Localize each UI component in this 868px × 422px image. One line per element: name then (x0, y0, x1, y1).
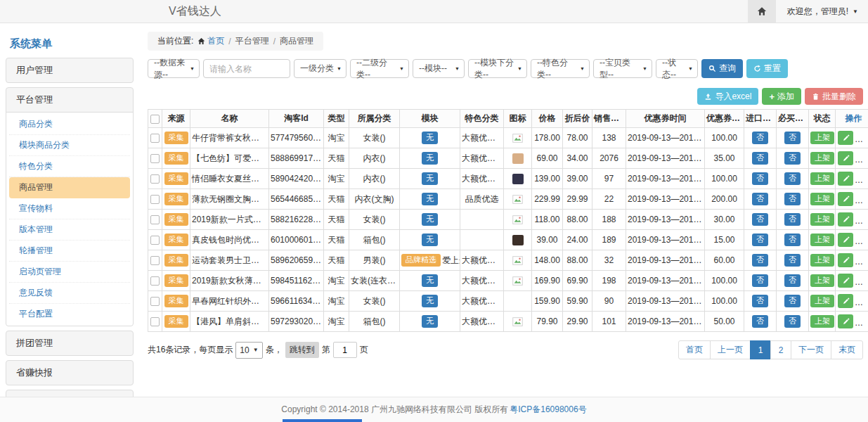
sidebar-section-header[interactable]: 拼团管理 (6, 331, 133, 355)
must-buy-cell-badge[interactable]: 否 (784, 295, 801, 307)
row-checkbox[interactable] (150, 134, 160, 143)
status-cell-badge[interactable]: 上架 (810, 315, 834, 327)
page-button-1[interactable]: 1 (750, 340, 771, 359)
row-checkbox[interactable] (150, 215, 160, 224)
sidebar-item-意见反馈[interactable]: 意见反馈 (9, 283, 130, 304)
status-cell-badge[interactable]: 上架 (810, 152, 834, 164)
status-cell-badge[interactable]: 上架 (810, 132, 834, 143)
user-menu[interactable]: 欢迎您，管理员! ▼ (776, 6, 868, 18)
sidebar-section-header[interactable]: 用户管理 (6, 58, 133, 82)
import-select-cell-badge[interactable]: 否 (752, 132, 768, 143)
filter-select-level2-category[interactable]: --二级分类--▼ (350, 59, 409, 78)
import-select-cell-badge[interactable]: 否 (752, 295, 768, 307)
must-buy-cell-badge[interactable]: 否 (784, 315, 801, 327)
sidebar-item-模块商品分类[interactable]: 模块商品分类 (9, 135, 130, 156)
page-button-首页[interactable]: 首页 (678, 340, 711, 359)
must-buy-cell-badge[interactable]: 否 (784, 254, 801, 266)
edit-button[interactable] (838, 294, 853, 308)
import-select-cell-badge[interactable]: 否 (752, 193, 768, 205)
batch-delete-button[interactable]: 批量删除 (805, 88, 863, 105)
page-button-2[interactable]: 2 (770, 340, 791, 359)
add-button[interactable]: + 添加 (762, 88, 801, 105)
page-button-末页[interactable]: 末页 (831, 340, 863, 359)
page-button-下一页[interactable]: 下一页 (791, 340, 831, 359)
reset-button[interactable]: 重置 (746, 59, 788, 78)
must-buy-cell-badge[interactable]: 否 (784, 132, 801, 143)
must-buy-cell-badge[interactable]: 否 (784, 274, 801, 286)
import-select-cell-badge[interactable]: 否 (752, 234, 768, 245)
row-checkbox[interactable] (150, 195, 160, 204)
page-button-上一页[interactable]: 上一页 (710, 340, 751, 359)
row-checkbox[interactable] (150, 236, 160, 245)
edit-button[interactable] (838, 151, 853, 165)
price-cell: 39.00 (532, 230, 563, 250)
row-checkbox[interactable] (150, 317, 160, 326)
edit-button[interactable] (838, 192, 853, 206)
row-checkbox[interactable] (150, 174, 160, 184)
breadcrumb-home-link[interactable]: 首页 (197, 35, 224, 47)
status-cell-badge[interactable]: 上架 (810, 172, 834, 184)
jump-page-input[interactable] (333, 342, 357, 358)
sidebar-item-商品管理[interactable]: 商品管理 (9, 177, 130, 198)
per-page-select[interactable]: 10 ▼ (235, 342, 262, 359)
row-checkbox[interactable] (150, 297, 160, 306)
must-buy-cell-badge[interactable]: 否 (784, 172, 801, 184)
status-cell-badge[interactable]: 上架 (810, 274, 834, 286)
filter-select-module[interactable]: --模块--▼ (413, 59, 465, 78)
edit-button[interactable] (838, 253, 853, 267)
edit-button[interactable] (838, 314, 853, 328)
coupon-time-cell: 2019-09-13—2019-09-20 (626, 230, 705, 250)
sidebar-item-特色分类[interactable]: 特色分类 (9, 156, 130, 177)
edit-button[interactable] (838, 233, 853, 247)
import-excel-button[interactable]: 导入excel (697, 88, 758, 105)
filter-select-item-type[interactable]: --宝贝类型--▼ (593, 59, 652, 78)
edit-button[interactable] (838, 212, 853, 226)
row-checkbox[interactable] (150, 256, 160, 265)
import-select-cell-badge[interactable]: 否 (752, 213, 768, 225)
status-cell-badge[interactable]: 上架 (810, 213, 834, 225)
sidebar-item-商品分类[interactable]: 商品分类 (9, 114, 130, 135)
home-button[interactable] (748, 0, 776, 23)
sidebar-item-宣传物料[interactable]: 宣传物料 (9, 198, 130, 219)
import-select-cell-badge[interactable]: 否 (752, 254, 768, 266)
filter-select-feature-category[interactable]: --特色分类--▼ (531, 59, 590, 78)
name-search-input[interactable] (203, 59, 290, 78)
must-buy-cell-badge[interactable]: 否 (784, 213, 801, 225)
sidebar-section-header[interactable]: 平台管理 (6, 88, 133, 112)
sidebar-item-轮播管理[interactable]: 轮播管理 (9, 241, 130, 262)
status-cell-badge[interactable]: 上架 (810, 234, 834, 245)
chevron-down-icon: ▼ (399, 66, 404, 71)
sidebar-item-启动页管理[interactable]: 启动页管理 (9, 262, 130, 283)
select-all-checkbox[interactable] (150, 115, 160, 124)
import-select-cell-badge[interactable]: 否 (752, 172, 768, 184)
import-select-cell: 否 (744, 291, 777, 312)
sidebar-item-版本管理[interactable]: 版本管理 (9, 219, 130, 241)
filter-select-status[interactable]: --状态--▼ (656, 59, 698, 78)
status-cell-badge[interactable]: 上架 (810, 254, 834, 266)
icp-link[interactable]: 粤ICP备16098006号 (510, 404, 586, 416)
sidebar-section-header[interactable]: 省赚快报 (6, 361, 133, 385)
import-select-cell-badge[interactable]: 否 (752, 152, 768, 164)
sidebar-item-平台配置[interactable]: 平台配置 (9, 304, 130, 324)
import-select-cell-badge[interactable]: 否 (752, 274, 768, 286)
edit-button[interactable] (838, 172, 853, 186)
import-select-cell-badge[interactable]: 否 (752, 315, 768, 327)
search-button[interactable]: 查询 (701, 59, 743, 78)
filter-select-level1-category[interactable]: 一级分类▼ (294, 59, 346, 78)
source-badge: 采集 (164, 172, 188, 184)
column-header-4: 类型 (324, 110, 349, 128)
row-checkbox[interactable] (150, 154, 160, 163)
must-buy-cell-badge[interactable]: 否 (784, 234, 801, 245)
filter-select-data-source[interactable]: --数据来源--▼ (148, 59, 200, 78)
coupon-amount-cell: 60.00 (705, 250, 744, 271)
must-buy-cell-badge[interactable]: 否 (784, 152, 801, 164)
filter-select-module-sub-category[interactable]: --模块下分类--▼ (468, 59, 527, 78)
row-checkbox[interactable] (150, 276, 160, 286)
edit-button[interactable] (838, 274, 853, 288)
row-checkbox-cell (148, 128, 162, 148)
edit-button[interactable] (838, 131, 853, 145)
status-cell-badge[interactable]: 上架 (810, 193, 834, 205)
jump-to-button[interactable]: 跳转到 (285, 342, 319, 358)
status-cell-badge[interactable]: 上架 (810, 295, 834, 307)
must-buy-cell-badge[interactable]: 否 (784, 193, 801, 205)
